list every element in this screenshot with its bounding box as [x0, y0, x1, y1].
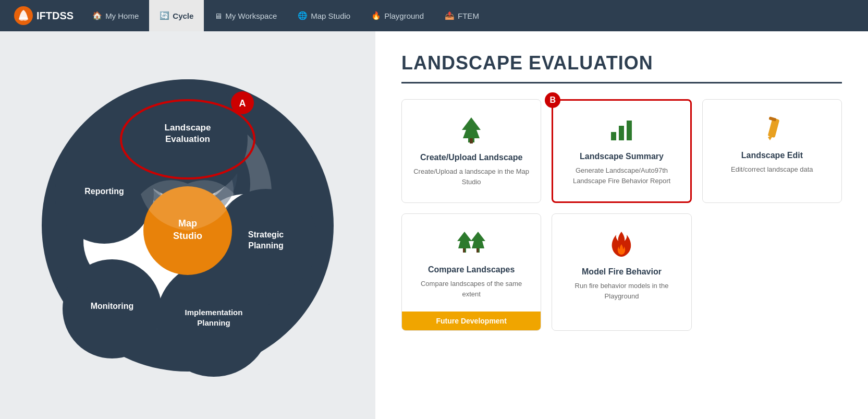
nav-mapstudio-label: Map Studio [311, 11, 350, 20]
badge-b: B [545, 92, 560, 108]
tree-single-icon [458, 115, 485, 147]
svg-text:Planning: Planning [248, 241, 284, 250]
card-create-upload-desc: Create/Upload a landscape in the Map Stu… [412, 166, 530, 187]
page-title: LANDSCAPE EVALUATION [401, 52, 842, 83]
svg-rect-27 [470, 138, 473, 143]
brand-text: IFTDSS [36, 10, 74, 22]
nav-cycle[interactable]: 🔄 Cycle [149, 0, 204, 31]
cycle-icon: 🔄 [160, 11, 169, 20]
logo-icon [14, 6, 33, 26]
cycle-diagram: Landscape Evaluation Strategic Planning … [26, 53, 349, 398]
svg-text:A: A [239, 98, 246, 109]
card-model-fire-behavior-desc: Run fire behavior models in the Playgrou… [563, 281, 680, 301]
nav-map-studio[interactable]: 🌐 Map Studio [287, 0, 361, 31]
card-model-fire-behavior-title: Model Fire Behavior [582, 267, 662, 277]
workspace-icon: 🖥 [214, 11, 222, 20]
card-landscape-edit-title: Landscape Edit [741, 151, 803, 160]
home-icon: 🏠 [92, 11, 102, 20]
svg-text:Planning: Planning [197, 318, 230, 327]
two-trees-icon [455, 230, 487, 259]
card-model-fire-behavior[interactable]: Model Fire Behavior Run fire behavior mo… [552, 213, 691, 331]
svg-text:Studio: Studio [173, 231, 202, 241]
svg-text:Monitoring: Monitoring [91, 302, 134, 310]
svg-rect-28 [611, 132, 616, 140]
card-compare-landscapes[interactable]: Compare Landscapes Compare landscapes of… [401, 213, 541, 331]
card-landscape-summary-desc: Generate Landscape/Auto97th Landscape Fi… [564, 165, 679, 186]
nav-playground[interactable]: 🔥 Playground [361, 0, 434, 31]
nav-ftem-label: FTEM [458, 11, 479, 20]
logo[interactable]: IFTDSS [5, 6, 82, 26]
cycle-panel: Landscape Evaluation Strategic Planning … [0, 31, 375, 419]
card-landscape-edit-desc: Edit/correct landscape data [731, 164, 813, 175]
mapstudio-icon: 🌐 [298, 11, 308, 20]
navbar: IFTDSS 🏠 My Home 🔄 Cycle 🖥 My Workspace … [0, 0, 868, 31]
ftem-icon: 📤 [445, 11, 455, 20]
cycle-svg: Landscape Evaluation Strategic Planning … [26, 53, 349, 387]
cards-grid: Create/Upload Landscape Create/Upload a … [401, 99, 842, 331]
pencil-icon [759, 115, 786, 145]
card-landscape-edit[interactable]: Landscape Edit Edit/correct landscape da… [702, 99, 842, 203]
nav-ftem[interactable]: 📤 FTEM [434, 0, 490, 31]
svg-rect-29 [619, 126, 624, 140]
nav-cycle-label: Cycle [173, 11, 193, 20]
bar-chart-icon [608, 116, 635, 146]
svg-rect-30 [627, 121, 632, 140]
card-create-upload-title: Create/Upload Landscape [420, 153, 523, 162]
main-content: Landscape Evaluation Strategic Planning … [0, 31, 868, 419]
svg-text:Evaluation: Evaluation [165, 134, 210, 144]
card-compare-landscapes-desc: Compare landscapes of the same extent [412, 279, 530, 299]
flame-icon [609, 230, 634, 261]
nav-home-label: My Home [105, 11, 139, 20]
nav-workspace-label: My Workspace [225, 11, 277, 20]
svg-text:Reporting: Reporting [84, 187, 124, 196]
card-compare-landscapes-title: Compare Landscapes [428, 265, 515, 274]
svg-rect-37 [476, 248, 479, 253]
card-landscape-summary[interactable]: B Landscape Summary Generate Landscape/A… [552, 99, 691, 203]
playground-icon: 🔥 [371, 11, 381, 20]
svg-rect-36 [463, 248, 465, 253]
svg-text:Landscape: Landscape [165, 123, 211, 133]
nav-my-home[interactable]: 🏠 My Home [82, 0, 149, 31]
right-panel: LANDSCAPE EVALUATION Create/Upload Lands… [375, 31, 868, 419]
future-development-banner: Future Development [402, 312, 541, 330]
svg-text:Strategic: Strategic [248, 230, 284, 239]
nav-playground-label: Playground [384, 11, 424, 20]
card-landscape-summary-title: Landscape Summary [580, 152, 664, 161]
svg-text:Map: Map [178, 218, 197, 229]
svg-text:Implementation: Implementation [185, 308, 243, 317]
card-create-upload[interactable]: Create/Upload Landscape Create/Upload a … [401, 99, 541, 203]
nav-my-workspace[interactable]: 🖥 My Workspace [204, 0, 287, 31]
